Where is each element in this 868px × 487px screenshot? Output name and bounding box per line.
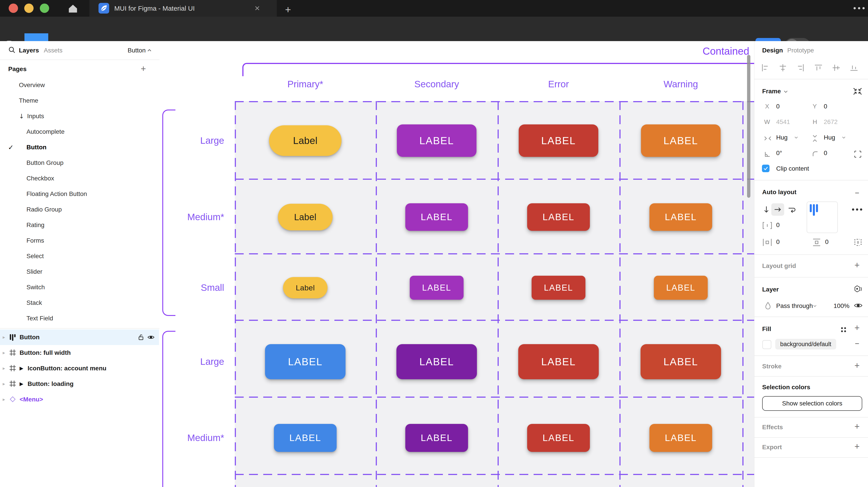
width-value[interactable]: 4541 [776,119,790,126]
tab-design[interactable]: Design [762,47,783,54]
layer-row-button[interactable]: ▸Button [0,329,159,345]
tab-layers[interactable]: Layers [19,47,39,54]
document-tab[interactable]: MUI for Figma - Material UI [89,0,277,17]
page-item-forms[interactable]: Forms [0,233,156,249]
tab-prototype[interactable]: Prototype [787,47,814,54]
search-icon[interactable] [8,46,16,54]
add-export-button[interactable]: + [855,442,860,451]
height-value[interactable]: 2672 [824,119,838,126]
page-item-rating[interactable]: Rating [0,217,156,233]
canvas[interactable]: Contained Primary*SecondaryErrorWarning … [159,41,754,487]
auto-layout-direction-vertical-icon[interactable] [763,205,770,214]
corner-radius-value[interactable]: 0 [824,150,827,157]
layer-row-button-loading[interactable]: ▸▶Button: loading [0,376,159,392]
clip-content-checkbox[interactable] [762,165,770,172]
canvas-button-orange-r1[interactable]: LABEL [649,203,712,231]
vertical-padding-value[interactable]: 0 [825,238,829,246]
window-minimize-button[interactable] [24,4,34,13]
canvas-button-yellow-r1[interactable]: Label [278,204,333,230]
page-item-text-field[interactable]: Text Field [0,311,156,326]
expand-chevron-icon[interactable]: ▸ [3,350,5,356]
tab-assets[interactable]: Assets [44,47,62,54]
chevron-down-icon[interactable] [783,90,788,94]
fill-style-chip[interactable]: background/default [775,339,836,350]
canvas-button-blue-r3[interactable]: LABEL [265,344,345,379]
canvas-button-yellow-r0[interactable]: Label [269,125,342,156]
collapse-panel-icon[interactable] [852,87,863,96]
expand-arrow-icon[interactable]: ↓ [19,112,24,120]
chevron-down-icon[interactable] [813,304,817,308]
layer-row-iconbutton-account-menu[interactable]: ▸▶IconButton: account menu [0,361,159,376]
auto-layout-more-icon[interactable] [851,208,863,211]
canvas-button-red-r0[interactable]: LABEL [519,124,598,157]
canvas-button-purple-r0[interactable]: LABEL [397,124,476,157]
page-item-overview[interactable]: Overview [0,77,156,93]
page-item-radio-group[interactable]: Radio Group [0,202,156,217]
page-item-select[interactable]: Select [0,249,156,264]
page-item-autocomplete[interactable]: Autocomplete [0,124,156,139]
add-effect-button[interactable]: + [855,421,860,431]
canvas-button-red-r4[interactable]: LABEL [527,424,590,452]
align-right-icon[interactable] [796,63,805,72]
add-layout-grid-button[interactable]: + [855,260,860,270]
canvas-button-orange-r2[interactable]: LABEL [654,276,708,300]
layer-row-button-full-width[interactable]: ▸Button: full width [0,345,159,361]
chevron-down-icon[interactable] [841,136,846,139]
add-fill-button[interactable]: + [855,323,860,333]
unlock-icon[interactable] [138,334,144,340]
page-item-floating-action-button[interactable]: Floating Action Button [0,186,156,202]
independent-corners-icon[interactable] [854,150,862,158]
auto-layout-wrap-icon[interactable] [787,205,796,214]
chevron-up-icon[interactable] [147,48,152,53]
remove-auto-layout-button[interactable]: − [855,189,859,197]
align-vertical-center-icon[interactable] [832,63,841,72]
canvas-scrollbar[interactable] [747,55,750,198]
section-title[interactable]: Contained [703,45,754,57]
add-stroke-button[interactable]: + [855,361,860,370]
expand-chevron-icon[interactable]: ▸ [3,334,5,340]
page-item-theme[interactable]: Theme [0,93,156,108]
canvas-button-red-r1[interactable]: LABEL [527,203,590,231]
align-horizontal-center-icon[interactable] [778,63,787,72]
window-close-button[interactable] [9,4,18,13]
show-selection-colors-button[interactable]: Show selection colors [762,396,862,411]
auto-layout-alignment-box[interactable] [807,201,838,233]
expand-chevron-icon[interactable]: ▸ [3,381,5,387]
add-page-button[interactable]: + [141,64,146,74]
opacity-value[interactable]: 100% [834,302,849,310]
component-play-icon[interactable]: ▶ [20,365,23,371]
canvas-button-purple_dark-r3[interactable]: LABEL [396,344,477,379]
align-bottom-icon[interactable] [849,63,859,72]
align-left-icon[interactable] [761,63,770,72]
page-item-button[interactable]: ✓Button [0,139,156,155]
fill-color-swatch[interactable] [763,340,771,349]
page-item-button-group[interactable]: Button Group [0,155,156,171]
canvas-button-purple-r1[interactable]: LABEL [405,203,468,231]
expand-chevron-icon[interactable]: ▸ [3,397,5,402]
home-icon[interactable] [67,3,79,13]
tab-close-icon[interactable] [254,5,260,11]
window-more-icon[interactable] [853,7,866,10]
layer-visibility-eye-icon[interactable] [854,302,863,309]
align-top-icon[interactable] [814,63,823,72]
rotation-value[interactable]: 0° [776,150,782,157]
canvas-button-red-r2[interactable]: LABEL [532,276,585,300]
canvas-button-red-r3[interactable]: LABEL [518,344,599,379]
page-item-stack[interactable]: Stack [0,295,156,311]
window-zoom-button[interactable] [40,4,49,13]
hug-horizontal-value[interactable]: Hug [776,134,787,141]
gap-value[interactable]: 0 [776,222,780,229]
expand-chevron-icon[interactable]: ▸ [3,365,5,371]
page-item-switch[interactable]: Switch [0,280,156,295]
page-item-slider[interactable]: Slider [0,264,156,280]
canvas-button-orange-r0[interactable]: LABEL [641,124,721,157]
new-tab-button[interactable]: + [285,4,291,15]
chevron-down-icon[interactable] [794,136,798,139]
hug-vertical-value[interactable]: Hug [824,134,835,141]
y-value[interactable]: 0 [824,103,827,110]
x-value[interactable]: 0 [776,103,780,110]
auto-layout-direction-horizontal-selected[interactable] [771,203,784,216]
canvas-button-blue-r4[interactable]: LABEL [274,424,337,452]
independent-padding-icon[interactable] [854,238,863,247]
page-item-checkbox[interactable]: Checkbox [0,171,156,186]
